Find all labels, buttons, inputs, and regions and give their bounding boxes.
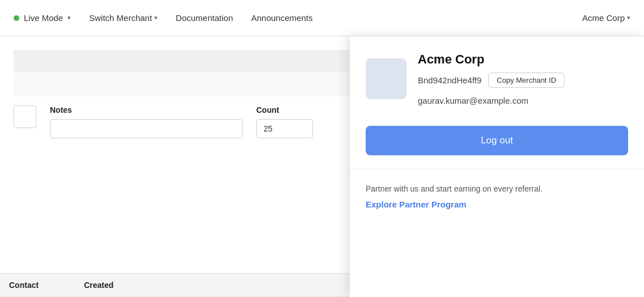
- merchant-header: Acme Corp Bnd942ndHe4ff9 Copy Merchant I…: [366, 52, 628, 105]
- notes-label: Notes: [50, 105, 243, 114]
- merchant-account-label: Acme Corp: [582, 13, 625, 23]
- announcements-link[interactable]: Announcements: [251, 13, 312, 23]
- switch-merchant-chevron-icon: ▾: [154, 14, 158, 22]
- merchant-card: Acme Corp Bnd942ndHe4ff9 Copy Merchant I…: [350, 36, 644, 169]
- switch-merchant-label: Switch Merchant: [89, 13, 152, 23]
- partner-section: Partner with us and start earning on eve…: [350, 169, 644, 223]
- merchant-info: Acme Corp Bnd942ndHe4ff9 Copy Merchant I…: [418, 52, 565, 105]
- main-content: Notes Count Contact Created Acme Corp Bn…: [0, 36, 644, 297]
- col-contact: Contact: [9, 281, 39, 290]
- notes-form-group: Notes: [50, 105, 243, 138]
- merchant-account-menu[interactable]: Acme Corp ▾: [582, 13, 630, 23]
- announcements-label: Announcements: [251, 13, 312, 23]
- merchant-email: gaurav.kumar@example.com: [418, 96, 565, 105]
- live-mode-chevron-icon: ▾: [67, 14, 71, 22]
- slim-input[interactable]: [14, 105, 36, 128]
- navbar: Live Mode ▾ Switch Merchant ▾ Documentat…: [0, 0, 644, 36]
- live-dot-icon: [14, 15, 19, 21]
- documentation-link[interactable]: Documentation: [176, 13, 233, 23]
- merchant-account-chevron-icon: ▾: [627, 14, 630, 22]
- count-input[interactable]: [256, 119, 313, 138]
- live-mode-label: Live Mode: [24, 13, 63, 23]
- merchant-name: Acme Corp: [418, 52, 565, 67]
- merchant-avatar: [366, 58, 406, 99]
- partner-text: Partner with us and start earning on eve…: [366, 183, 628, 195]
- col-created: Created: [84, 281, 113, 290]
- count-label: Count: [256, 105, 313, 114]
- count-form-group: Count: [256, 105, 313, 138]
- merchant-id-text: Bnd942ndHe4ff9: [418, 75, 481, 85]
- documentation-label: Documentation: [176, 13, 233, 23]
- switch-merchant-menu[interactable]: Switch Merchant ▾: [89, 13, 158, 23]
- nav-left: Live Mode ▾ Switch Merchant ▾ Documentat…: [14, 13, 564, 23]
- logout-button[interactable]: Log out: [366, 126, 628, 155]
- notes-input[interactable]: [50, 119, 243, 138]
- live-mode-menu[interactable]: Live Mode ▾: [14, 13, 71, 23]
- merchant-id-row: Bnd942ndHe4ff9 Copy Merchant ID: [418, 73, 565, 88]
- nav-right: Acme Corp ▾: [582, 13, 630, 23]
- copy-merchant-id-button[interactable]: Copy Merchant ID: [488, 73, 565, 88]
- explore-partner-link[interactable]: Explore Partner Program: [366, 200, 467, 209]
- merchant-dropdown: Acme Corp Bnd942ndHe4ff9 Copy Merchant I…: [349, 36, 644, 297]
